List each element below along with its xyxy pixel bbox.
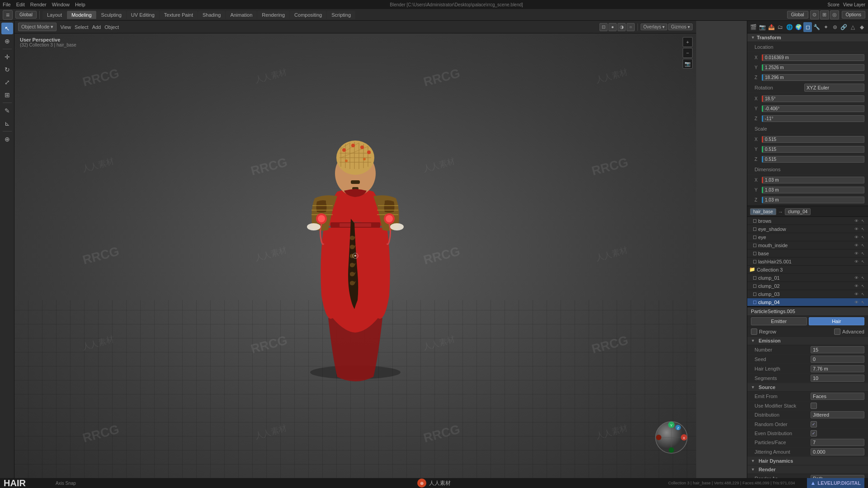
- object-mode-selector[interactable]: Object Mode ▾: [18, 23, 57, 31]
- menu-window[interactable]: Window: [52, 2, 70, 7]
- ol-eye-cursor[interactable]: ↖: [860, 234, 866, 240]
- ol-brows-eye[interactable]: 👁: [853, 218, 859, 224]
- ol-c3-eye[interactable]: 👁: [853, 291, 859, 297]
- overlays-btn[interactable]: Overlays ▾: [641, 23, 667, 30]
- rotate-tool[interactable]: ↻: [1, 64, 13, 75]
- transform-section-header[interactable]: ▼ Transform: [747, 33, 868, 42]
- props-output-icon[interactable]: 📤: [767, 22, 775, 32]
- random-order-checkbox[interactable]: [811, 421, 817, 427]
- select-tool[interactable]: ↖: [1, 23, 13, 34]
- transform-btn[interactable]: Global: [787, 11, 808, 19]
- hair-length-value[interactable]: 7.76 m: [811, 365, 864, 372]
- ol-c1-cursor[interactable]: ↖: [860, 275, 866, 281]
- hair-dynamics-header[interactable]: ▼ Hair Dynamics: [747, 457, 868, 465]
- jittering-value[interactable]: 0.000: [811, 448, 864, 455]
- ol-brows-cursor[interactable]: ↖: [860, 218, 866, 224]
- ol-c4-cursor[interactable]: ↖: [860, 299, 866, 305]
- transform-tool[interactable]: ⊞: [1, 89, 13, 101]
- emitter-btn[interactable]: Emitter: [751, 317, 807, 325]
- props-scene-settings-icon[interactable]: 🌐: [785, 22, 793, 32]
- zoom-in-btn[interactable]: +: [683, 37, 693, 47]
- menu-render[interactable]: Render: [30, 2, 47, 7]
- tab-compositing[interactable]: Compositing: [290, 11, 326, 19]
- scale-y-value[interactable]: 0.515: [762, 146, 864, 153]
- tab-layout[interactable]: Layout: [42, 11, 66, 19]
- ol-item-clump01[interactable]: ◻ clump_01 👁 ↖: [747, 274, 868, 282]
- dim-y-value[interactable]: 1.03 m: [762, 187, 864, 193]
- tab-animation[interactable]: Animation: [226, 11, 257, 19]
- ol-c3-cursor[interactable]: ↖: [860, 291, 866, 297]
- props-view-layer-icon[interactable]: 🗂: [776, 22, 784, 32]
- ol-item-clump04[interactable]: ◻ clump_04 👁 ↖: [747, 298, 868, 306]
- dim-z-value[interactable]: 1.03 m: [762, 197, 864, 203]
- ol-base-cursor[interactable]: ↖: [860, 250, 866, 257]
- props-render-icon[interactable]: 📷: [758, 22, 766, 32]
- ol-item-brows[interactable]: ◻ brows 👁 ↖: [747, 217, 868, 225]
- magnet-icon[interactable]: ⊙: [810, 10, 819, 19]
- render-as-value[interactable]: Path: [811, 475, 864, 478]
- rot-z-value[interactable]: -11°: [762, 115, 864, 122]
- scale-z-value[interactable]: 0.515: [762, 156, 864, 163]
- grid-icon[interactable]: ⊞: [820, 10, 829, 19]
- object-menu[interactable]: Object: [104, 24, 119, 30]
- ol-item-eye[interactable]: ◻ eye 👁 ↖: [747, 233, 868, 241]
- viewport-material-btn[interactable]: ◑: [618, 23, 626, 31]
- props-constraints-icon[interactable]: 🔗: [840, 22, 848, 32]
- props-world-icon[interactable]: 🌍: [794, 22, 802, 32]
- seed-value[interactable]: 0: [811, 356, 864, 363]
- ol-c2-cursor[interactable]: ↖: [860, 283, 866, 289]
- gizmo-sphere[interactable]: X Y Z: [653, 419, 689, 455]
- ol-eyeshadow-cursor[interactable]: ↖: [860, 226, 866, 232]
- props-particles-icon[interactable]: ✦: [822, 22, 830, 32]
- tab-scripting[interactable]: Scripting: [327, 11, 355, 19]
- ol-item-clump02[interactable]: ◻ clump_02 👁 ↖: [747, 282, 868, 290]
- menu-file[interactable]: File: [3, 2, 11, 7]
- props-physics-icon[interactable]: ⊛: [831, 22, 839, 32]
- segments-value[interactable]: 10: [811, 375, 864, 382]
- tab-sculpting[interactable]: Sculpting: [97, 11, 126, 19]
- menu-edit[interactable]: Edit: [16, 2, 25, 7]
- regrow-checkbox[interactable]: [751, 328, 757, 335]
- ol-base-eye[interactable]: 👁: [853, 250, 859, 257]
- rot-x-value[interactable]: 18.5°: [762, 95, 864, 102]
- ol-lashhair-eye[interactable]: 👁: [853, 258, 859, 265]
- source-section-header[interactable]: ▼ Source: [747, 383, 868, 392]
- ol-c1-eye[interactable]: 👁: [853, 275, 859, 281]
- camera-btn[interactable]: 📷: [683, 59, 693, 69]
- even-distribution-checkbox[interactable]: [811, 430, 817, 436]
- render-section-header[interactable]: ▼ Render: [747, 465, 868, 474]
- ol-c4-eye[interactable]: 👁: [853, 299, 859, 305]
- tab-modeling[interactable]: Modeling: [67, 11, 96, 19]
- toolbar-icon-left[interactable]: ≡: [3, 10, 13, 20]
- hair-btn[interactable]: Hair: [809, 317, 865, 325]
- ol-lashhair-cursor[interactable]: ↖: [860, 258, 866, 265]
- ol-eyeshadow-eye[interactable]: 👁: [853, 226, 859, 232]
- orientation-btn[interactable]: Global: [15, 11, 37, 19]
- ol-item-base[interactable]: ◻ base 👁 ↖: [747, 249, 868, 258]
- props-scene-icon[interactable]: 🎬: [749, 22, 757, 32]
- ol-item-mouth-inside[interactable]: ◻ mouth_inside 👁 ↖: [747, 241, 868, 249]
- viewport-wireframe-btn[interactable]: ⊡: [599, 23, 608, 31]
- particles-face-value[interactable]: 7: [811, 439, 864, 446]
- measure-tool[interactable]: ⊾: [1, 117, 13, 129]
- zoom-out-btn[interactable]: −: [683, 48, 693, 58]
- rot-y-value[interactable]: -0.406°: [762, 105, 864, 112]
- loc-y-value[interactable]: 1.2526 m: [762, 64, 864, 71]
- tab-rendering[interactable]: Rendering: [257, 11, 289, 19]
- distribution-value[interactable]: Jittered: [811, 411, 864, 418]
- cursor-tool[interactable]: ⊕: [1, 35, 13, 47]
- ol-item-collection3[interactable]: 📁 Collection 3: [747, 266, 868, 274]
- options-btn[interactable]: Options: [842, 11, 865, 19]
- ol-item-clump03[interactable]: ◻ clump_03 👁 ↖: [747, 290, 868, 298]
- emission-section-header[interactable]: ▼ Emission: [747, 337, 868, 345]
- tab-texture-paint[interactable]: Texture Paint: [160, 11, 198, 19]
- rotation-mode[interactable]: XYZ Euler: [804, 84, 864, 92]
- viewport-3d[interactable]: RRCG 人人素材 RRCG 人人素材 人人素材 RRCG 人人素材 RRCG …: [14, 33, 696, 478]
- emit-from-value[interactable]: Faces: [811, 393, 864, 400]
- props-data-icon[interactable]: △: [849, 22, 857, 32]
- sel-hair-base[interactable]: hair_base: [750, 208, 776, 215]
- annotate-tool[interactable]: ✎: [1, 105, 13, 117]
- move-tool[interactable]: ✛: [1, 51, 13, 63]
- ol-mouth-eye[interactable]: 👁: [853, 242, 859, 249]
- loc-x-value[interactable]: 0.016369 m: [762, 54, 864, 61]
